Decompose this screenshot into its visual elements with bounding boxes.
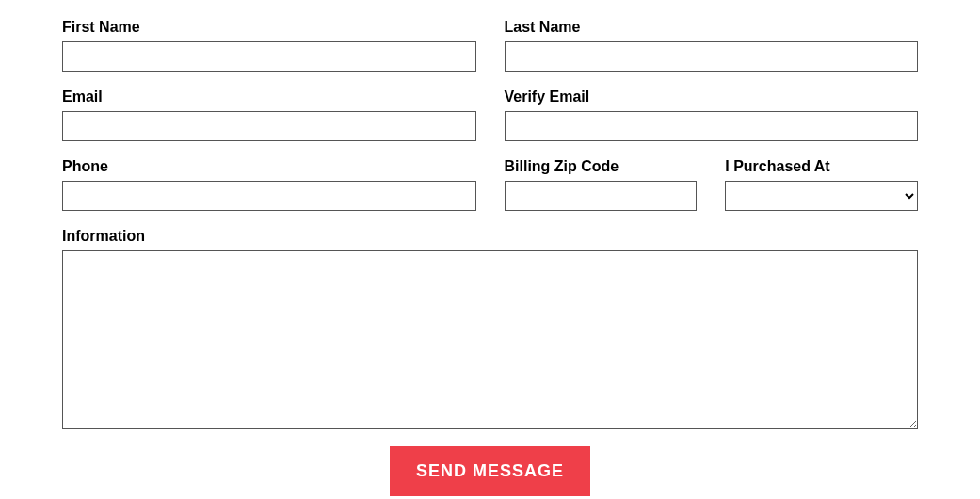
row-name: First Name Last Name: [62, 19, 918, 72]
group-verify-email: Verify Email: [505, 89, 919, 141]
group-billing-zip: Billing Zip Code: [505, 158, 698, 211]
group-last-name: Last Name: [505, 19, 919, 72]
send-message-button[interactable]: SEND MESSAGE: [390, 446, 590, 496]
group-email: Email: [62, 89, 476, 141]
label-last-name: Last Name: [505, 19, 919, 36]
label-first-name: First Name: [62, 19, 476, 36]
label-verify-email: Verify Email: [505, 89, 919, 105]
information-textarea[interactable]: [62, 250, 918, 429]
row-email: Email Verify Email: [62, 89, 918, 141]
label-information: Information: [62, 228, 918, 245]
contact-form: First Name Last Name Email Verify Email …: [0, 0, 980, 499]
label-billing-zip: Billing Zip Code: [505, 158, 698, 175]
label-phone: Phone: [62, 158, 476, 175]
billing-zip-input[interactable]: [505, 181, 698, 211]
phone-input[interactable]: [62, 181, 476, 211]
group-first-name: First Name: [62, 19, 476, 72]
group-purchased-at: I Purchased At: [725, 158, 918, 211]
group-information: Information: [62, 228, 918, 429]
purchased-at-select[interactable]: [725, 181, 918, 211]
row-phone-zip-purchase: Phone Billing Zip Code I Purchased At: [62, 158, 918, 211]
last-name-input[interactable]: [505, 41, 919, 72]
verify-email-input[interactable]: [505, 111, 919, 141]
row-submit: SEND MESSAGE: [62, 446, 918, 496]
email-input[interactable]: [62, 111, 476, 141]
row-information: Information: [62, 228, 918, 429]
first-name-input[interactable]: [62, 41, 476, 72]
group-phone: Phone: [62, 158, 476, 211]
label-email: Email: [62, 89, 476, 105]
label-purchased-at: I Purchased At: [725, 158, 918, 175]
